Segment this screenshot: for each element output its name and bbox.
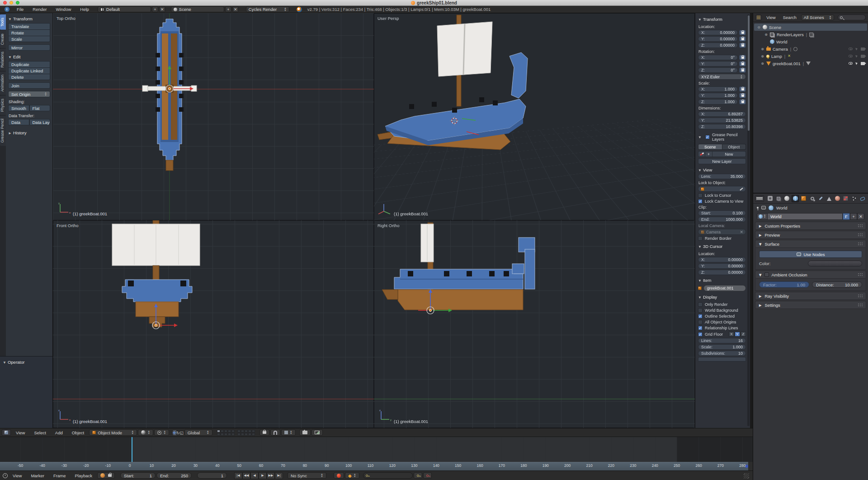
view-panel-header[interactable]: ▼View bbox=[698, 166, 746, 174]
transform-panel-header[interactable]: ▼Transform bbox=[698, 15, 746, 23]
lock-icon[interactable] bbox=[739, 99, 746, 105]
cursor-field[interactable]: Y:0.00000 bbox=[698, 263, 746, 269]
properties-tab[interactable] bbox=[792, 195, 799, 202]
tool-shelf-tab[interactable]: Create bbox=[0, 30, 6, 48]
autokey-mode-selector[interactable]: ◆▲▼ bbox=[345, 472, 359, 479]
properties-tab[interactable] bbox=[859, 195, 866, 202]
world-browse-button[interactable]: ▲▼ bbox=[757, 213, 768, 220]
layer-cell[interactable] bbox=[217, 430, 220, 432]
item-panel-header[interactable]: ▼Item bbox=[698, 276, 746, 284]
resize-grip-icon[interactable] bbox=[744, 473, 749, 479]
dimension-field[interactable]: X:6.89287 bbox=[698, 111, 746, 117]
preview-panel[interactable]: ►Preview bbox=[755, 231, 866, 239]
location-field[interactable]: Y:0.00000 bbox=[698, 36, 738, 42]
gp-add-icon[interactable]: + bbox=[705, 151, 712, 157]
view3d-menu-object[interactable]: Object bbox=[68, 430, 88, 435]
view3d-menu-add[interactable]: Add bbox=[51, 430, 67, 435]
n-panel-scrollbar[interactable] bbox=[747, 14, 750, 426]
outliner-search-menu[interactable]: Search bbox=[780, 15, 799, 20]
grid-floor-checkbox[interactable] bbox=[698, 332, 703, 337]
history-panel-header[interactable]: ►History bbox=[8, 129, 50, 137]
menu-file[interactable]: File bbox=[13, 7, 28, 12]
timeline-menu-playback[interactable]: Playback bbox=[71, 473, 96, 478]
properties-tab[interactable] bbox=[775, 195, 782, 202]
ray-visibility-panel[interactable]: ►Ray Visibility bbox=[755, 292, 866, 300]
record-button[interactable] bbox=[334, 472, 344, 479]
display-option-row[interactable]: All Object Origins bbox=[698, 320, 746, 324]
gp-new-button[interactable]: New bbox=[712, 151, 746, 157]
layer-grid-1[interactable] bbox=[217, 430, 235, 436]
outliner-row-camera[interactable]: ⊕ Camera | bbox=[754, 45, 867, 52]
operator-panel-header[interactable]: ▼Operator bbox=[3, 358, 50, 366]
expand-icon[interactable]: ⊕ bbox=[764, 33, 768, 37]
renderability-toggle-icon[interactable] bbox=[861, 62, 865, 65]
transform-panel-header[interactable]: ▼Transform bbox=[8, 15, 50, 23]
dimension-field[interactable]: Y:21.53825 bbox=[698, 118, 746, 123]
lens-field[interactable]: Lens:35.000 bbox=[698, 174, 746, 179]
frame-start-field[interactable]: Start:1 bbox=[120, 472, 156, 479]
ambient-occlusion-panel[interactable]: ▼Ambient Occlusion bbox=[755, 271, 866, 279]
delete-layout-button[interactable]: ✕ bbox=[159, 6, 165, 12]
properties-tab[interactable] bbox=[767, 195, 774, 202]
manipulator-scale-button[interactable]: ◱ bbox=[179, 430, 184, 435]
lock-icon[interactable] bbox=[739, 67, 746, 73]
current-frame-field[interactable]: 1 bbox=[197, 472, 227, 479]
lock-to-object-field[interactable] bbox=[698, 186, 746, 192]
playback-button[interactable]: ▶ bbox=[259, 472, 267, 479]
properties-tab[interactable] bbox=[842, 195, 849, 202]
clear-icon[interactable]: ✕ bbox=[740, 230, 743, 234]
surface-panel[interactable]: ▼Surface bbox=[755, 240, 866, 248]
cursor-field[interactable]: Z:0.00000 bbox=[698, 270, 746, 275]
menu-render[interactable]: Render bbox=[28, 7, 51, 12]
layer-cell[interactable] bbox=[252, 430, 255, 432]
properties-tab[interactable] bbox=[800, 195, 807, 202]
lock-icon[interactable] bbox=[739, 43, 746, 48]
checkbox[interactable] bbox=[698, 320, 703, 324]
expand-icon[interactable]: ⊕ bbox=[760, 54, 764, 58]
layer-cell[interactable] bbox=[245, 430, 248, 432]
grease-pencil-checkbox[interactable] bbox=[705, 135, 710, 139]
unlink-datablock-button[interactable]: ✕ bbox=[857, 213, 864, 220]
outliner-display-filter[interactable]: All Scenes▲▼ bbox=[801, 14, 835, 20]
snap-toggle-button[interactable] bbox=[270, 429, 280, 436]
tool-shelf-tab[interactable]: Animation bbox=[0, 71, 6, 95]
pivot-point-selector[interactable]: ▲▼ bbox=[154, 429, 169, 436]
lock-icon[interactable] bbox=[739, 61, 746, 67]
outliner-view-menu[interactable]: View bbox=[764, 15, 778, 20]
mirror-button[interactable]: Mirror bbox=[8, 44, 50, 51]
layer-cell[interactable] bbox=[237, 430, 241, 432]
timeline-menu-frame[interactable]: Frame bbox=[49, 473, 70, 478]
frame-end-field[interactable]: End:250 bbox=[156, 472, 192, 479]
lock-icon[interactable] bbox=[739, 30, 746, 35]
settings-panel[interactable]: ►Settings bbox=[755, 301, 866, 309]
layer-cell[interactable] bbox=[241, 430, 244, 432]
playback-button[interactable]: |◀ bbox=[234, 472, 242, 479]
local-camera-field[interactable]: Camera✕ bbox=[698, 229, 746, 235]
layer-cell[interactable] bbox=[231, 430, 235, 432]
timeline-playhead[interactable] bbox=[132, 437, 132, 462]
transform-button[interactable]: Translate bbox=[8, 23, 50, 29]
render-border-row[interactable]: Render Border bbox=[698, 236, 746, 241]
mode-selector[interactable]: Object Mode▲▼ bbox=[89, 429, 137, 436]
scale-field[interactable]: Z:1.000 bbox=[698, 99, 738, 105]
properties-tab[interactable] bbox=[851, 195, 858, 202]
node-tree-icon[interactable] bbox=[761, 206, 766, 209]
rotation-mode-dropdown[interactable]: XYZ Euler▲▼ bbox=[698, 74, 746, 80]
layer-cell[interactable] bbox=[248, 430, 251, 432]
editor-type-button[interactable]: i bbox=[2, 7, 12, 12]
use-nodes-button[interactable]: Use Nodes bbox=[759, 251, 862, 258]
scale-field[interactable]: X:1.000 bbox=[698, 86, 738, 92]
scale-field[interactable]: Y:1.000 bbox=[698, 93, 738, 98]
gp-tab-scene[interactable]: Scene bbox=[698, 144, 722, 150]
layer-cell[interactable] bbox=[237, 433, 241, 436]
screen-layout-selector[interactable]: Default bbox=[98, 6, 151, 12]
outliner-row-greekboat[interactable]: ⊕ greekBoat.001 | bbox=[754, 60, 867, 67]
playback-button[interactable]: ▶▶ bbox=[267, 472, 275, 479]
shading-button[interactable]: Flat bbox=[29, 105, 51, 111]
grid-field[interactable]: Scale:1.000 bbox=[698, 344, 746, 350]
pin-icon[interactable] bbox=[757, 207, 759, 209]
layer-cell[interactable] bbox=[248, 433, 251, 436]
outliner-row-lamp[interactable]: ⊕ Lamp | bbox=[754, 52, 867, 60]
scene-selector[interactable]: Scene bbox=[171, 6, 224, 12]
lock-icon[interactable] bbox=[739, 36, 746, 42]
